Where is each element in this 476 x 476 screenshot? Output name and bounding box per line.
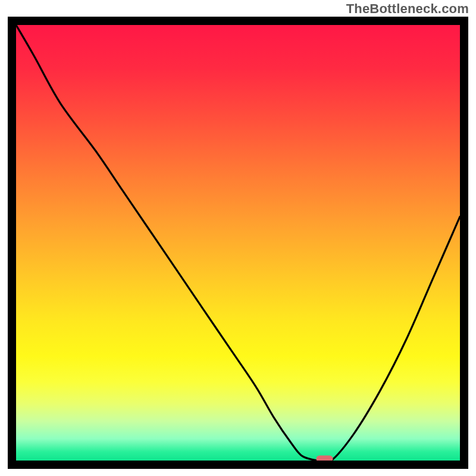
watermark-label: TheBottleneck.com — [346, 1, 469, 17]
bottleneck-curve-path — [16, 25, 460, 461]
optimal-marker — [317, 456, 333, 461]
bottleneck-curve-svg — [16, 25, 460, 461]
plot-border — [8, 17, 468, 469]
plot-area — [16, 25, 460, 461]
chart-frame: TheBottleneck.com — [0, 0, 476, 476]
